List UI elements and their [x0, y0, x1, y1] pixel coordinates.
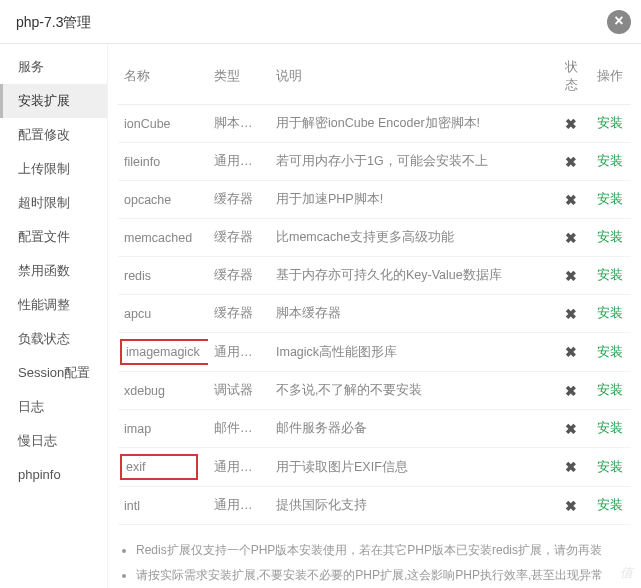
ext-name: memcached	[124, 231, 192, 245]
notes-list: Redis扩展仅支持一个PHP版本安装使用，若在其它PHP版本已安装redis扩…	[122, 539, 627, 588]
ext-name: fileinfo	[124, 155, 160, 169]
ext-name: redis	[124, 269, 151, 283]
ext-name: ionCube	[124, 117, 171, 131]
table-row: xdebug调试器不多说,不了解的不要安装✖安装	[118, 372, 631, 410]
ext-desc: 用于解密ionCube Encoder加密脚本!	[270, 105, 553, 143]
ext-type: 缓存器	[208, 181, 270, 219]
extensions-table: 名称 类型 说明 状态 操作 ionCube脚本解密用于解密ionCube En…	[118, 44, 631, 525]
sidebar-item-6[interactable]: 禁用函数	[0, 254, 107, 288]
ext-type: 缓存器	[208, 219, 270, 257]
sidebar-item-label: 超时限制	[18, 195, 70, 210]
x-icon: ✖	[565, 268, 577, 284]
install-button[interactable]: 安装	[597, 268, 623, 282]
sidebar-item-label: 性能调整	[18, 297, 70, 312]
close-icon[interactable]: ×	[607, 10, 631, 34]
ext-desc: 若可用内存小于1G，可能会安装不上	[270, 143, 553, 181]
sidebar-item-label: Session配置	[18, 365, 90, 380]
x-icon: ✖	[565, 421, 577, 437]
sidebar-item-11[interactable]: 慢日志	[0, 424, 107, 458]
install-button[interactable]: 安装	[597, 230, 623, 244]
x-icon: ✖	[565, 230, 577, 246]
th-type: 类型	[208, 44, 270, 105]
modal-title: php-7.3管理	[16, 14, 91, 30]
th-desc: 说明	[270, 44, 553, 105]
sidebar-item-2[interactable]: 配置修改	[0, 118, 107, 152]
sidebar-item-0[interactable]: 服务	[0, 50, 107, 84]
ext-type: 缓存器	[208, 295, 270, 333]
install-button[interactable]: 安装	[597, 383, 623, 397]
sidebar-item-3[interactable]: 上传限制	[0, 152, 107, 186]
sidebar-item-label: 禁用函数	[18, 263, 70, 278]
ext-desc: 用于加速PHP脚本!	[270, 181, 553, 219]
table-row: ionCube脚本解密用于解密ionCube Encoder加密脚本!✖安装	[118, 105, 631, 143]
sidebar-item-label: 服务	[18, 59, 44, 74]
sidebar-item-4[interactable]: 超时限制	[0, 186, 107, 220]
install-button[interactable]: 安装	[597, 460, 623, 474]
table-row: memcached缓存器比memcache支持更多高级功能✖安装	[118, 219, 631, 257]
ext-name: exif	[120, 454, 198, 480]
sidebar-item-label: 配置文件	[18, 229, 70, 244]
install-button[interactable]: 安装	[597, 192, 623, 206]
note-item: 请按实际需求安装扩展,不要安装不必要的PHP扩展,这会影响PHP执行效率,甚至出…	[136, 564, 627, 587]
sidebar-item-label: 负载状态	[18, 331, 70, 346]
table-row: imagemagick通用扩展Imagick高性能图形库✖安装	[118, 333, 631, 372]
sidebar-item-7[interactable]: 性能调整	[0, 288, 107, 322]
sidebar-item-10[interactable]: 日志	[0, 390, 107, 424]
install-button[interactable]: 安装	[597, 345, 623, 359]
sidebar: 服务安装扩展配置修改上传限制超时限制配置文件禁用函数性能调整负载状态Sessio…	[0, 44, 108, 588]
sidebar-item-8[interactable]: 负载状态	[0, 322, 107, 356]
sidebar-item-label: 上传限制	[18, 161, 70, 176]
ext-type: 脚本解密	[208, 105, 270, 143]
x-icon: ✖	[565, 306, 577, 322]
x-icon: ✖	[565, 498, 577, 514]
ext-name: imap	[124, 422, 151, 436]
x-icon: ✖	[565, 344, 577, 360]
main-panel: 名称 类型 说明 状态 操作 ionCube脚本解密用于解密ionCube En…	[108, 44, 641, 588]
table-row: exif通用扩展用于读取图片EXIF信息✖安装	[118, 448, 631, 487]
x-icon: ✖	[565, 192, 577, 208]
table-row: fileinfo通用扩展若可用内存小于1G，可能会安装不上✖安装	[118, 143, 631, 181]
php-manage-modal: php-7.3管理 × 服务安装扩展配置修改上传限制超时限制配置文件禁用函数性能…	[0, 0, 641, 588]
ext-name: opcache	[124, 193, 171, 207]
sidebar-item-12[interactable]: phpinfo	[0, 458, 107, 492]
table-row: opcache缓存器用于加速PHP脚本!✖安装	[118, 181, 631, 219]
ext-name: imagemagick	[120, 339, 208, 365]
ext-desc: 邮件服务器必备	[270, 410, 553, 448]
install-button[interactable]: 安装	[597, 116, 623, 130]
ext-type: 通用扩展	[208, 448, 270, 487]
sidebar-item-1[interactable]: 安装扩展	[0, 84, 107, 118]
install-button[interactable]: 安装	[597, 498, 623, 512]
ext-type: 缓存器	[208, 257, 270, 295]
sidebar-item-label: 日志	[18, 399, 44, 414]
th-action: 操作	[589, 44, 631, 105]
table-row: intl通用扩展提供国际化支持✖安装	[118, 487, 631, 525]
th-status: 状态	[553, 44, 589, 105]
ext-desc: 不多说,不了解的不要安装	[270, 372, 553, 410]
install-button[interactable]: 安装	[597, 306, 623, 320]
x-icon: ✖	[565, 383, 577, 399]
ext-name: apcu	[124, 307, 151, 321]
install-button[interactable]: 安装	[597, 154, 623, 168]
table-row: apcu缓存器脚本缓存器✖安装	[118, 295, 631, 333]
ext-type: 调试器	[208, 372, 270, 410]
x-icon: ✖	[565, 154, 577, 170]
table-row: imap邮件服务邮件服务器必备✖安装	[118, 410, 631, 448]
table-row: redis缓存器基于内存亦可持久化的Key-Value数据库✖安装	[118, 257, 631, 295]
sidebar-item-5[interactable]: 配置文件	[0, 220, 107, 254]
th-name: 名称	[118, 44, 208, 105]
sidebar-item-9[interactable]: Session配置	[0, 356, 107, 390]
sidebar-item-label: 配置修改	[18, 127, 70, 142]
ext-desc: 脚本缓存器	[270, 295, 553, 333]
ext-type: 邮件服务	[208, 410, 270, 448]
ext-desc: 用于读取图片EXIF信息	[270, 448, 553, 487]
ext-name: intl	[124, 499, 140, 513]
install-button[interactable]: 安装	[597, 421, 623, 435]
sidebar-item-label: phpinfo	[18, 467, 61, 482]
ext-desc: Imagick高性能图形库	[270, 333, 553, 372]
titlebar: php-7.3管理 ×	[0, 0, 641, 44]
sidebar-item-label: 慢日志	[18, 433, 57, 448]
x-icon: ✖	[565, 116, 577, 132]
sidebar-item-label: 安装扩展	[18, 93, 70, 108]
ext-desc: 提供国际化支持	[270, 487, 553, 525]
ext-desc: 基于内存亦可持久化的Key-Value数据库	[270, 257, 553, 295]
